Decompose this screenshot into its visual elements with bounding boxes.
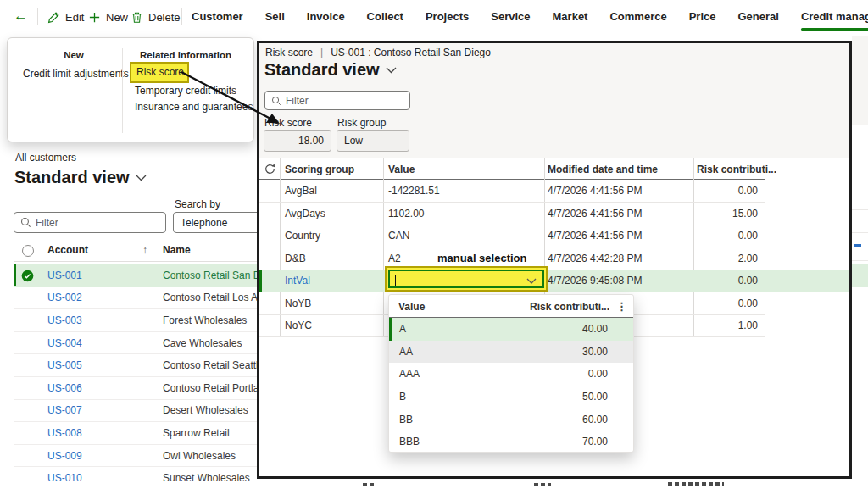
dropdown-option[interactable]: A 40.00 <box>389 318 633 341</box>
select-all-radio[interactable] <box>22 245 34 257</box>
account-link[interactable]: US-003 <box>47 314 82 326</box>
tab-market[interactable]: Market <box>553 0 588 34</box>
column-modified[interactable]: Modified date and time <box>548 164 658 175</box>
menu-item-credit-limit-adjustments[interactable]: Credit limit adjustments <box>23 68 129 80</box>
tab-invoice[interactable]: Invoice <box>307 0 345 34</box>
customer-row[interactable]: US-010 Sunset Wholesales <box>14 467 293 489</box>
dropdown-option[interactable]: BBB 70.00 <box>389 431 633 453</box>
risk-contribution-cell: 0.00 <box>693 275 758 286</box>
modified-cell: 4/7/2026 4:41:56 PM <box>548 230 642 242</box>
text-cursor <box>395 275 396 286</box>
breadcrumb-page[interactable]: Risk score <box>265 47 313 58</box>
dropdown-option[interactable]: AA 30.00 <box>389 341 633 364</box>
tab-credit-management[interactable]: Credit management <box>801 0 868 34</box>
account-link[interactable]: US-006 <box>47 382 82 394</box>
value-cell: 1102.00 <box>388 208 425 219</box>
scoring-row[interactable]: AvgDays 1102.00 4/7/2026 4:41:56 PM 15.0… <box>259 203 765 225</box>
risk-filter-field[interactable] <box>286 95 409 107</box>
column-name[interactable]: Name <box>163 244 191 256</box>
risk-view-selector[interactable]: Standard view <box>264 60 397 80</box>
tab-projects[interactable]: Projects <box>426 0 469 34</box>
risk-filter-input[interactable] <box>264 91 410 110</box>
customer-row[interactable]: US-002 Contoso Retail Los Angeles <box>14 287 293 310</box>
search-icon <box>271 96 281 106</box>
account-link[interactable]: US-008 <box>47 427 82 439</box>
tab-customer[interactable]: Customer <box>192 0 243 34</box>
tab-service[interactable]: Service <box>491 0 530 34</box>
customers-filter-field[interactable] <box>36 217 165 229</box>
customer-row[interactable]: US-001 Contoso Retail San Diego <box>14 264 293 287</box>
tab-price[interactable]: Price <box>689 0 716 34</box>
scoring-row[interactable]: AvgBal -142281.51 4/7/2026 4:41:56 PM 0.… <box>259 180 765 203</box>
account-link[interactable]: US-004 <box>47 337 82 349</box>
delete-label: Delete <box>148 11 181 24</box>
tab-collect[interactable]: Collect <box>367 0 403 34</box>
risk-contribution-cell: 0.00 <box>693 185 758 197</box>
account-link[interactable]: US-001 <box>47 270 82 281</box>
customers-grid: US-001 Contoso Retail San Diego US-002 C… <box>14 264 293 489</box>
customers-filter-input[interactable] <box>14 212 166 233</box>
customers-view-selector[interactable]: Standard view <box>14 168 147 187</box>
menu-section-related-information: Related information <box>135 50 236 60</box>
customer-row[interactable]: US-006 Contoso Retail Portland <box>14 377 293 400</box>
column-value[interactable]: Value <box>388 164 415 175</box>
scoring-row-selected[interactable]: IntVal 4/7/2026 9:45:08 PM 0.00 <box>259 270 849 292</box>
scoring-group-cell: NoYB <box>285 297 311 309</box>
value-cell: -142281.51 <box>388 185 440 197</box>
customer-row[interactable]: US-005 Contoso Retail Seattle <box>14 354 293 377</box>
refresh-icon[interactable] <box>264 163 276 175</box>
risk-score-dialog: Risk score | US-001 : Contoso Retail San… <box>257 41 852 479</box>
scoring-group-link[interactable]: IntVal <box>285 275 310 286</box>
customer-row[interactable]: US-003 Forest Wholesales <box>14 309 293 332</box>
customer-row[interactable]: US-004 Cave Wholesales <box>14 332 293 355</box>
account-link[interactable]: US-007 <box>47 404 82 416</box>
risk-contribution-cell: 0.00 <box>693 297 758 309</box>
delete-button[interactable]: Delete <box>131 0 181 34</box>
edit-button[interactable]: Edit <box>47 0 84 34</box>
account-link[interactable]: US-009 <box>47 450 82 462</box>
new-button[interactable]: New <box>88 0 128 34</box>
customer-row[interactable]: US-008 Sparrow Retail <box>14 422 293 445</box>
tab-sell[interactable]: Sell <box>265 0 285 34</box>
chevron-down-icon[interactable] <box>526 278 537 284</box>
risk-group-value-field: Low <box>337 130 409 152</box>
search-icon <box>20 217 31 228</box>
column-scoring-group[interactable]: Scoring group <box>285 164 354 175</box>
breadcrumb: Risk score | US-001 : Contoso Retail San… <box>265 47 491 58</box>
menu-item-insurance-and-guarantees[interactable]: Insurance and guarantees <box>135 101 253 113</box>
back-icon[interactable]: ← <box>14 8 28 25</box>
pencil-icon <box>47 11 60 24</box>
trash-icon <box>131 11 143 24</box>
new-label: New <box>106 11 128 24</box>
scoring-group-cell: AvgBal <box>285 185 317 197</box>
customer-row[interactable]: US-007 Desert Wholesales <box>14 400 293 423</box>
option-risk: 70.00 <box>582 436 608 447</box>
account-link[interactable]: US-005 <box>47 359 82 371</box>
dropdown-header: Value Risk contributi... ⋮ <box>389 295 633 318</box>
clipped-link-fragment <box>854 244 861 247</box>
edit-label: Edit <box>65 11 84 24</box>
tab-general[interactable]: General <box>737 0 778 34</box>
chevron-down-icon <box>386 67 397 74</box>
selected-check-icon <box>21 270 34 282</box>
value-cell: CAN <box>388 230 409 242</box>
value-combobox[interactable] <box>388 270 544 288</box>
risk-contribution-cell: 15.00 <box>693 208 758 219</box>
menu-item-temporary-credit-limits[interactable]: Temporary credit limits <box>135 85 236 97</box>
value-cell: A2 <box>388 253 401 264</box>
account-link[interactable]: US-002 <box>47 292 82 303</box>
scoring-row[interactable]: Country CAN 4/7/2026 4:41:56 PM 0.00 <box>259 225 765 247</box>
column-account[interactable]: Account <box>47 244 88 256</box>
account-link[interactable]: US-010 <box>47 472 82 484</box>
menu-item-risk-score[interactable]: Risk score <box>136 66 184 78</box>
breadcrumb-record: US-001 : Contoso Retail San Diego <box>331 47 491 58</box>
value-combobox-highlight <box>385 266 548 292</box>
more-options-icon[interactable]: ⋮ <box>616 300 627 313</box>
customer-row[interactable]: US-009 Owl Wholesales <box>14 445 293 468</box>
credit-management-menu: New Credit limit adjustments Related inf… <box>7 37 254 142</box>
dropdown-option[interactable]: B 50.00 <box>389 386 633 408</box>
dropdown-option[interactable]: AAA 0.00 <box>389 363 633 386</box>
tab-commerce[interactable]: Commerce <box>609 0 666 34</box>
plus-icon <box>88 11 101 24</box>
dropdown-option[interactable]: BB 60.00 <box>389 408 633 431</box>
